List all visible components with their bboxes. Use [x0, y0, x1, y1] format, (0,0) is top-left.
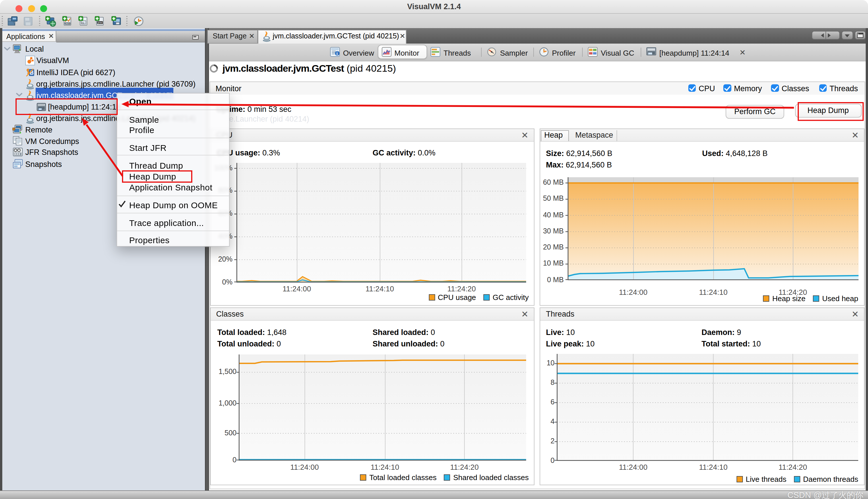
svg-text:JFR: JFR — [97, 22, 102, 24]
svg-text:JMX: JMX — [64, 22, 70, 25]
svg-text:i: i — [336, 51, 338, 56]
svg-text:01: 01 — [82, 22, 84, 24]
